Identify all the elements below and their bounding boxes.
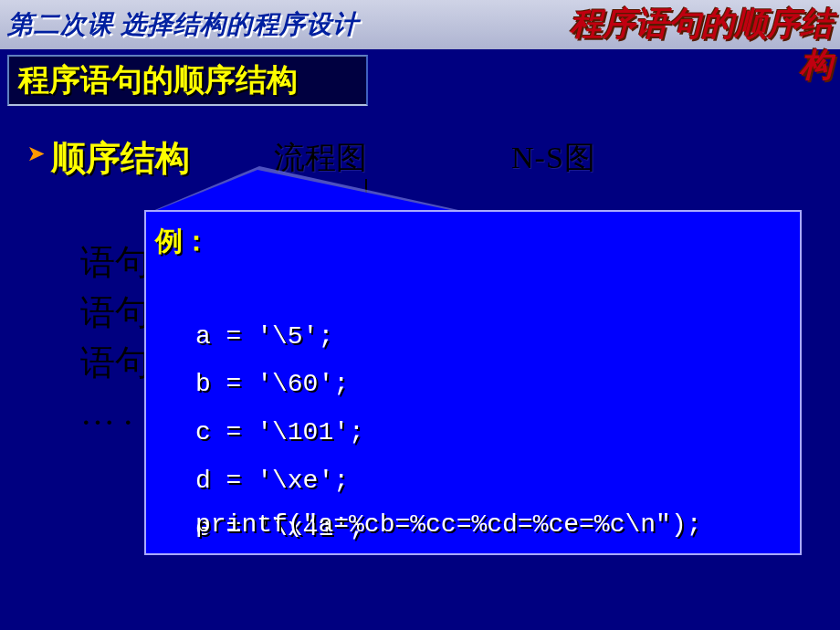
callout-pointer [148,170,467,214]
subheader-bar: 程序语句的顺序结构 [7,55,368,106]
code-last-line: printf("a=%cb=%cc=%cd=%ce=%c\n"); [195,510,702,539]
bullet-arrow-icon: ➤ [27,142,46,173]
code-example-label: 例： [155,223,210,260]
red-heading-line1: 程序语句的顺序结 [570,5,833,42]
code-line-2: b = '\60'; [195,370,349,398]
left-statement-list: 语句 语句 语句 … . [80,237,150,438]
code-line-3: c = '\101'; [195,418,364,446]
code-line-1: a = '\5'; [195,322,333,351]
red-heading: 程序语句的顺序结 构 [522,4,833,86]
code-line-4: d = '\xe'; [195,467,349,495]
left-line-4: … . [80,388,150,438]
lesson-title: 第二次课 选择结构的程序设计 [7,7,359,42]
ns-column-label: N-S图 [511,137,596,179]
left-line-2: 语句 [80,288,150,338]
subheader-text: 程序语句的顺序结构 [18,59,298,101]
code-callout-box: 例： a = '\5'; b = '\60'; c = '\101'; d = … [144,210,802,555]
red-heading-line2: 构 [800,47,833,83]
left-line-3: 语句 [80,338,150,388]
left-line-1: 语句 [80,237,150,288]
